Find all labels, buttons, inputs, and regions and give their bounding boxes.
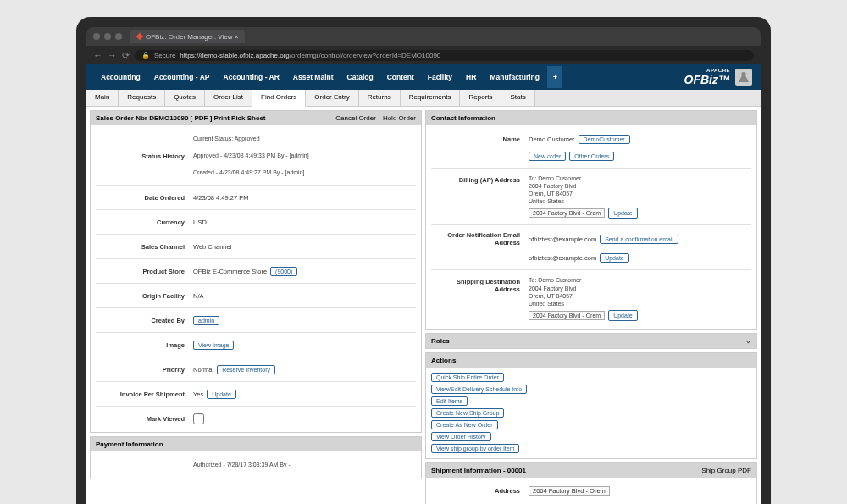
currency: USD <box>193 219 416 226</box>
action-quick-ship-entire-order[interactable]: Quick Ship Entire Order <box>431 373 504 382</box>
content-area: Sales Order Nbr DEMO10090 [ PDF ] Print … <box>86 107 761 504</box>
contact-panel: Contact Information Name Demo Customer D… <box>425 110 757 330</box>
actions-panel: Actions Quick Ship Entire OrderView/Edit… <box>425 352 757 459</box>
invoice-value: Yes <box>193 390 203 398</box>
email-label: Order Notification Email Address <box>431 231 529 246</box>
invoice-label: Invoice Per Shipment <box>96 390 193 398</box>
logo: APACHE OFBiz™ <box>684 68 730 86</box>
tab-stats[interactable]: Stats <box>501 90 534 106</box>
url-bar: ← → ⟳ 🔒 Secure https://demo-stable.ofbiz… <box>86 46 761 64</box>
action-view-edit-delivery-schedule-info[interactable]: View/Edit Delivery Schedule Info <box>431 385 527 394</box>
shipment-address-select[interactable]: 2004 Factory Blvd - Orem <box>529 486 610 496</box>
nav-item-asset-maint[interactable]: Asset Maint <box>287 66 340 88</box>
cancel-order-link[interactable]: Cancel Order <box>335 114 376 122</box>
name-label: Name <box>431 136 529 143</box>
email-1: ofbiztest@example.com <box>529 235 596 243</box>
logo-area: APACHE OFBiz™ <box>684 68 752 86</box>
roles-panel-header[interactable]: Roles ⌄ <box>426 334 756 348</box>
action-create-new-ship-group[interactable]: Create New Ship Group <box>431 408 504 418</box>
back-icon[interactable]: ← <box>93 50 102 60</box>
payment-panel-header: Payment Information <box>91 437 421 451</box>
payment-text: Authorized - 7/28/17 3:08:39 AM By - <box>193 461 416 469</box>
date-ordered: 4/23/08 4:49:27 PM <box>193 194 416 202</box>
action-view-ship-group-by-order-item[interactable]: View ship group by order item <box>431 444 519 453</box>
action-edit-items[interactable]: Edit Items <box>431 396 468 406</box>
forward-icon[interactable]: → <box>108 50 117 60</box>
product-store: OFBiz E-Commerce Store (9000) <box>193 267 416 276</box>
created-by-link[interactable]: admin <box>193 316 219 325</box>
nav-item-catalog[interactable]: Catalog <box>341 66 379 88</box>
sales-channel: Web Channel <box>193 243 416 251</box>
view-image-button[interactable]: View Image <box>193 341 234 350</box>
nav-add-button[interactable]: + <box>547 66 562 88</box>
customer-link[interactable]: DemoCustomer <box>579 135 630 144</box>
tab-requirements[interactable]: Requirements <box>401 90 461 106</box>
shipping-select[interactable]: 2004 Factory Blvd - Orem <box>529 311 605 320</box>
tab-title: OFBiz: Order Manager: View × <box>146 33 238 41</box>
browser-chrome: OFBiz: Order Manager: View × <box>86 27 761 46</box>
window-controls[interactable] <box>93 33 122 40</box>
actions-panel-header: Actions <box>426 353 756 368</box>
image-label: Image <box>96 341 193 349</box>
billing-update-button[interactable]: Update <box>608 208 638 219</box>
action-create-as-new-order[interactable]: Create As New Order <box>431 420 498 429</box>
tab-reports[interactable]: Reports <box>460 90 501 106</box>
payment-panel: Payment Information Authorized - 7/28/17… <box>90 436 422 479</box>
status-history-label: Status History <box>96 152 193 160</box>
current-status: Current Status: Approved <box>193 135 416 143</box>
date-ordered-label: Date Ordered <box>96 194 193 202</box>
status-history: Approved - 4/23/08 4:49:33 PM By - [admi… <box>193 152 416 160</box>
tab-quotes[interactable]: Quotes <box>165 90 205 106</box>
nav-item-manufacturing[interactable]: Manufacturing <box>484 66 545 88</box>
send-confirmation-button[interactable]: Send a confirmation email <box>600 235 678 244</box>
product-store-label: Product Store <box>96 268 193 275</box>
tab-order-list[interactable]: Order List <box>205 90 252 106</box>
chevron-down-icon: ⌄ <box>745 337 751 345</box>
tab-main[interactable]: Main <box>86 90 119 106</box>
shipping-update-button[interactable]: Update <box>608 310 638 321</box>
sales-channel-label: Sales Channel <box>96 243 193 251</box>
tab-find-orders[interactable]: Find Orders <box>252 90 306 107</box>
nav-item-accounting-ap[interactable]: Accounting - AP <box>148 66 216 88</box>
app-header: AccountingAccounting - APAccounting - AR… <box>86 64 761 90</box>
tab-order-entry[interactable]: Order Entry <box>306 90 358 106</box>
mark-viewed-label: Mark Viewed <box>96 415 193 423</box>
new-order-button[interactable]: New order <box>529 152 566 161</box>
user-avatar[interactable] <box>735 69 752 86</box>
nav-item-hr[interactable]: HR <box>460 66 482 88</box>
tab-requests[interactable]: Requests <box>119 90 165 106</box>
other-orders-button[interactable]: Other Orders <box>569 152 614 161</box>
nav-item-accounting[interactable]: Accounting <box>95 66 147 88</box>
shipping-address: To: Demo Customer 2004 Factory Blvd Orem… <box>529 276 751 320</box>
shipment-panel-header: Shipment Information - 00001 Ship Group … <box>426 463 756 478</box>
action-view-order-history[interactable]: View Order History <box>431 432 491 441</box>
right-column: Contact Information Name Demo Customer D… <box>425 110 757 504</box>
created-by-label: Created By <box>96 317 193 324</box>
email-update-button[interactable]: Update <box>600 253 629 263</box>
order-panel-title: Sales Order Nbr DEMO10090 [ PDF ] Print … <box>96 114 266 122</box>
mark-viewed-checkbox[interactable] <box>193 413 204 424</box>
lock-icon: 🔒 <box>141 52 150 59</box>
billing-label: Billing (AP) Address <box>431 174 529 184</box>
left-column: Sales Order Nbr DEMO10090 [ PDF ] Print … <box>90 110 422 504</box>
reload-icon[interactable]: ⟳ <box>122 50 130 61</box>
customer-name: Demo Customer <box>529 136 575 143</box>
address-field[interactable]: 🔒 Secure https://demo-stable.ofbiz.apach… <box>135 50 754 61</box>
browser-tab[interactable]: OFBiz: Order Manager: View × <box>130 30 245 43</box>
hold-order-link[interactable]: Hold Order <box>383 114 416 122</box>
reserve-inventory-button[interactable]: Reserve Inventory <box>217 365 275 374</box>
nav-item-accounting-ar[interactable]: Accounting - AR <box>218 66 285 88</box>
currency-label: Currency <box>96 219 193 226</box>
tab-returns[interactable]: Returns <box>359 90 401 106</box>
product-store-link[interactable]: (9000) <box>270 267 297 276</box>
invoice-update-button[interactable]: Update <box>207 390 236 399</box>
contact-panel-header: Contact Information <box>426 111 756 125</box>
billing-select[interactable]: 2004 Factory Blvd - Orem <box>529 208 605 218</box>
ship-group-pdf-link[interactable]: Ship Group PDF <box>701 467 751 474</box>
top-nav: AccountingAccounting - APAccounting - AR… <box>95 66 562 88</box>
origin-facility: N/A <box>193 292 416 300</box>
origin-facility-label: Origin Facility <box>96 292 193 300</box>
nav-item-facility[interactable]: Facility <box>422 66 458 88</box>
nav-item-content[interactable]: Content <box>381 66 420 88</box>
shipment-address-label: Address <box>431 487 529 495</box>
